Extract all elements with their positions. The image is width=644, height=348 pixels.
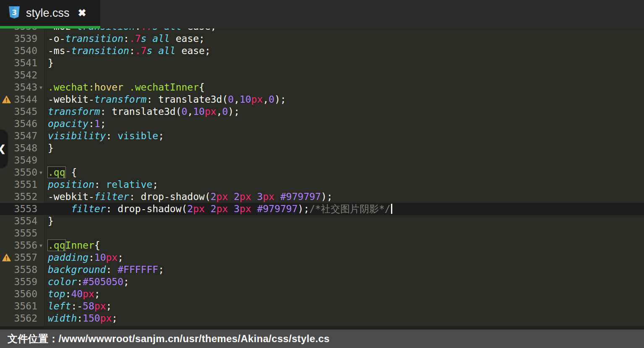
fold-slot: [37, 203, 44, 215]
code-text[interactable]: -webkit-filter: drop-shadow(2px 2px 3px …: [44, 191, 644, 203]
code-text[interactable]: transform: translate3d(0,10px,0);: [44, 106, 644, 118]
gutter-marker-slot: [0, 191, 13, 203]
code-text[interactable]: .wechat:hover .wechatInner{: [44, 81, 644, 93]
code-line[interactable]: 3558background: #FFFFFF;: [0, 264, 644, 276]
code-text[interactable]: [44, 69, 644, 81]
code-line[interactable]: 3559color:#505050;: [0, 276, 644, 288]
code-line[interactable]: 3555: [0, 227, 644, 239]
gutter-marker-slot: [0, 81, 13, 93]
line-number: 3561: [13, 300, 37, 312]
fold-slot: [37, 33, 44, 45]
code-text[interactable]: }: [44, 142, 644, 154]
line-number: 3545: [13, 106, 37, 118]
gutter-marker-slot: [0, 288, 13, 300]
line-number: 3562: [13, 312, 37, 325]
fold-slot: [37, 325, 44, 326]
line-number: 3547: [13, 130, 37, 142]
close-icon[interactable]: ✖: [78, 7, 86, 19]
fold-slot: [37, 179, 44, 191]
code-line[interactable]: 3542: [0, 69, 644, 81]
code-line[interactable]: 3562width:150px;: [0, 312, 644, 325]
code-editor[interactable]: 3538-moz-transition:.7s all ease;3539-o-…: [0, 29, 644, 326]
gutter-marker-slot: [0, 57, 13, 69]
code-line[interactable]: 3557padding:10px;: [0, 252, 644, 264]
code-line[interactable]: 3546opacity:1;: [0, 118, 644, 130]
code-line[interactable]: 3549: [0, 154, 644, 166]
gutter-marker-slot: [0, 166, 13, 179]
code-line[interactable]: 3540-ms-transition:.7s all ease;: [0, 45, 644, 57]
code-text[interactable]: width:150px;: [44, 312, 644, 325]
gutter-marker-slot: [0, 69, 13, 81]
line-number: 3546: [13, 118, 37, 130]
line-number: 3551: [13, 179, 37, 191]
status-bar: 文件位置：/www/wwwroot/sanjm.cn/usr/themes/Ak…: [0, 330, 644, 348]
code-line[interactable]: 3560top:40px;: [0, 288, 644, 300]
fold-slot: [37, 57, 44, 69]
code-line[interactable]: 3553 filter: drop-shadow(2px 2px 3px #97…: [0, 203, 644, 215]
fold-arrow-icon[interactable]: ▾: [37, 166, 44, 179]
gutter-marker-slot: [0, 45, 13, 57]
collapse-panel-button[interactable]: ❮: [0, 130, 8, 168]
fold-slot: [37, 130, 44, 142]
code-text[interactable]: }: [44, 57, 644, 69]
code-line[interactable]: 3548}: [0, 142, 644, 154]
line-number: 3558: [13, 264, 37, 276]
fold-slot: [37, 69, 44, 81]
code-line[interactable]: 3551position: relative;: [0, 179, 644, 191]
code-line[interactable]: 3556▾.qqInner{: [0, 239, 644, 252]
line-number: 3539: [13, 33, 37, 45]
code-text[interactable]: .qq {: [44, 166, 644, 179]
code-text[interactable]: }: [44, 215, 644, 227]
css3-file-icon: 3: [8, 6, 20, 21]
fold-slot: [37, 106, 44, 118]
code-line[interactable]: 3550▾.qq {: [0, 166, 644, 179]
code-text[interactable]: top:40px;: [44, 288, 644, 300]
fold-slot: [37, 191, 44, 203]
code-text[interactable]: -o-transition:.7s all ease;: [44, 33, 644, 45]
code-text[interactable]: -webkit-transform: translate3d(0,10px,0)…: [44, 93, 644, 106]
code-text[interactable]: -ms-transition:.7s all ease;: [44, 45, 644, 57]
line-number: 3557: [13, 252, 37, 264]
code-text[interactable]: left:-58px;: [44, 300, 644, 312]
fold-slot: [37, 252, 44, 264]
code-line[interactable]: 3544-webkit-transform: translate3d(0,10p…: [0, 93, 644, 106]
code-text[interactable]: visibility: visible;: [44, 130, 644, 142]
code-line[interactable]: 3538-moz-transition:.7s all ease;: [0, 29, 644, 33]
line-number: 3544: [13, 93, 37, 106]
code-line[interactable]: 3554}: [0, 215, 644, 227]
code-line[interactable]: 3541}: [0, 57, 644, 69]
code-text[interactable]: filter: drop-shadow(2px 2px 3px #979797)…: [44, 203, 644, 215]
code-line[interactable]: 3539-o-transition:.7s all ease;: [0, 33, 644, 45]
code-text[interactable]: -moz-transition:.7s all ease;: [44, 29, 644, 33]
line-number: 3549: [13, 154, 37, 166]
line-number: 3543: [13, 81, 37, 93]
code-text[interactable]: .qqInner{: [44, 239, 644, 252]
code-text[interactable]: opacity:1;: [44, 118, 644, 130]
fold-arrow-icon[interactable]: ▾: [37, 239, 44, 252]
fold-slot: [37, 142, 44, 154]
line-number: 3552: [13, 191, 37, 203]
fold-slot: [37, 288, 44, 300]
code-text[interactable]: -webkit-transition:.7s all ease;: [44, 325, 644, 326]
gutter-marker-slot: [0, 325, 13, 326]
fold-slot: [37, 45, 44, 57]
warning-icon: [0, 93, 13, 106]
code-text[interactable]: position: relative;: [44, 179, 644, 191]
code-line[interactable]: 3561left:-58px;: [0, 300, 644, 312]
code-text[interactable]: [44, 154, 644, 166]
code-text[interactable]: padding:10px;: [44, 252, 644, 264]
code-text[interactable]: background: #FFFFFF;: [44, 264, 644, 276]
gutter-marker-slot: [0, 33, 13, 45]
code-line[interactable]: 3552-webkit-filter: drop-shadow(2px 2px …: [0, 191, 644, 203]
gutter-marker-slot: [0, 29, 13, 33]
code-line[interactable]: 3563-webkit-transition:.7s all ease;: [0, 325, 644, 326]
fold-arrow-icon[interactable]: ▾: [37, 81, 44, 93]
code-text[interactable]: color:#505050;: [44, 276, 644, 288]
fold-slot: [37, 264, 44, 276]
code-line[interactable]: 3543▾.wechat:hover .wechatInner{: [0, 81, 644, 93]
tab-style-css[interactable]: 3 style.css ✖: [0, 0, 100, 29]
code-line[interactable]: 3545transform: translate3d(0,10px,0);: [0, 106, 644, 118]
code-line[interactable]: 3547visibility: visible;: [0, 130, 644, 142]
code-text[interactable]: [44, 227, 644, 239]
tab-title: style.css: [26, 7, 70, 20]
